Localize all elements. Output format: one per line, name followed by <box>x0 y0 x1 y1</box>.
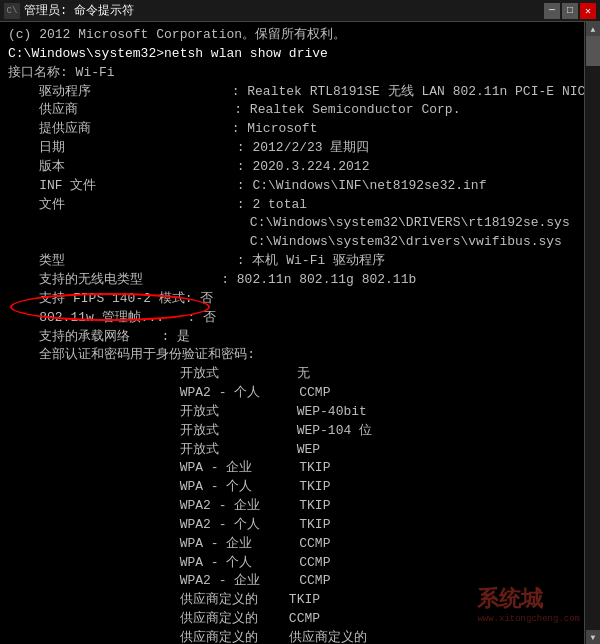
console-line: WPA - 个人 TKIP <box>8 478 592 497</box>
console-line: (c) 2012 Microsoft Corporation。保留所有权利。 <box>8 26 592 45</box>
title-bar-controls[interactable]: ─ □ ✕ <box>544 3 596 19</box>
maximize-button[interactable]: □ <box>562 3 578 19</box>
window-icon: C\ <box>4 3 20 19</box>
console-line: C:\Windows\system32\DRIVERS\rt18192se.sy… <box>8 214 592 233</box>
console-line: 支持的无线电类型 : 802.11n 802.11g 802.11b <box>8 271 592 290</box>
console-line: 开放式 无 <box>8 365 592 384</box>
console-line: 供应商 : Realtek Semiconductor Corp. <box>8 101 592 120</box>
console-line: WPA2 - 个人 CCMP <box>8 384 592 403</box>
scrollbar[interactable]: ▲ ▼ <box>584 22 600 644</box>
console-line: 驱动程序 : Realtek RTL8191SE 无线 LAN 802.11n … <box>8 83 592 102</box>
console-line: 全部认证和密码用于身份验证和密码: <box>8 346 592 365</box>
console-line: WPA2 - 个人 TKIP <box>8 516 592 535</box>
title-bar-left: C\ 管理员: 命令提示符 <box>4 2 134 19</box>
console-line: WPA - 企业 CCMP <box>8 535 592 554</box>
console-line: C:\Windows\system32\drivers\vwifibus.sys <box>8 233 592 252</box>
watermark: 系统城 www.xitongcheng.com <box>477 584 580 624</box>
console-line: 开放式 WEP-40bit <box>8 403 592 422</box>
console-line: INF 文件 : C:\Windows\INF\net8192se32.inf <box>8 177 592 196</box>
title-bar-text: 管理员: 命令提示符 <box>24 2 134 19</box>
console-line: 日期 : 2012/2/23 星期四 <box>8 139 592 158</box>
console-area: (c) 2012 Microsoft Corporation。保留所有权利。C:… <box>0 22 600 644</box>
console-line: 提供应商 : Microsoft <box>8 120 592 139</box>
console-line: 开放式 WEP-104 位 <box>8 422 592 441</box>
console-line: 文件 : 2 total <box>8 196 592 215</box>
minimize-button[interactable]: ─ <box>544 3 560 19</box>
console-line: C:\Windows\system32>netsh wlan show driv… <box>8 45 592 64</box>
console-line: 802.11w 管理帧... : 否 <box>8 309 592 328</box>
console-line: 支持的承载网络 : 是 <box>8 328 592 347</box>
console-line: 供应商定义的 供应商定义的 <box>8 629 592 644</box>
console-line: 开放式 WEP <box>8 441 592 460</box>
console-line: WPA - 企业 TKIP <box>8 459 592 478</box>
title-bar: C\ 管理员: 命令提示符 ─ □ ✕ <box>0 0 600 22</box>
console-line: 类型 : 本机 Wi-Fi 驱动程序 <box>8 252 592 271</box>
console-line: WPA - 个人 CCMP <box>8 554 592 573</box>
close-button[interactable]: ✕ <box>580 3 596 19</box>
console-line: 支持 FIPS 140-2 模式: 否 <box>8 290 592 309</box>
scrollbar-up-button[interactable]: ▲ <box>586 22 600 36</box>
scrollbar-down-button[interactable]: ▼ <box>586 630 600 644</box>
scrollbar-thumb[interactable] <box>586 36 600 66</box>
console-line: WPA2 - 企业 TKIP <box>8 497 592 516</box>
console-line: 接口名称: Wi-Fi <box>8 64 592 83</box>
console-line: 版本 : 2020.3.224.2012 <box>8 158 592 177</box>
